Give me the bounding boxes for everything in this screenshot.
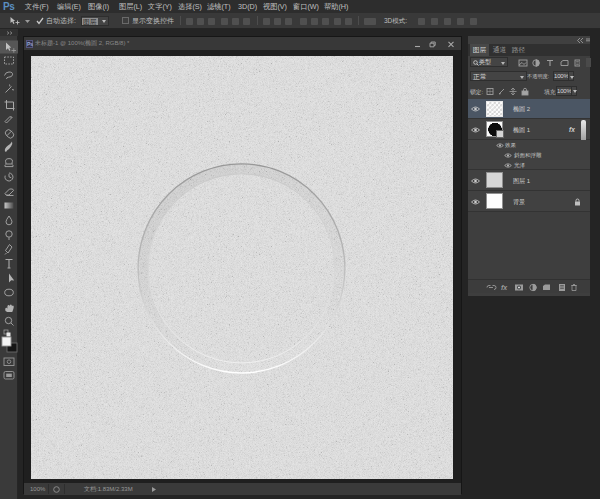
svg-text:fx: fx — [501, 284, 508, 291]
